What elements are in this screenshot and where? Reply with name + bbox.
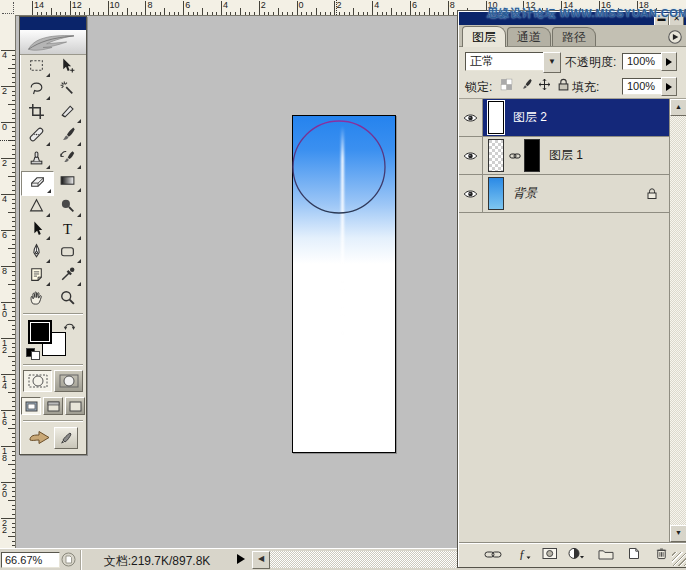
ruler-minor-tick [287,12,288,15]
tab-layers[interactable]: 图层 [462,26,506,47]
tab-paths[interactable]: 路径 [552,27,596,46]
ruler-minor-tick [249,12,250,15]
layer-name[interactable]: 图层 1 [549,147,583,164]
ruler-minor-tick [131,12,132,15]
new-group-button[interactable] [595,547,617,563]
jump-to-imageready[interactable] [20,423,86,454]
ruler-label: 6 [185,0,190,10]
gradient-tool-button[interactable] [52,171,83,194]
eraser-tool-button[interactable] [21,171,54,196]
ruler-minor-tick [12,307,15,308]
fill-value-field[interactable]: 100% [622,78,665,95]
standard-mode-button[interactable] [23,370,52,392]
status-popup-arrow-icon[interactable] [237,554,245,564]
ruler-minor-tick [353,8,354,15]
zoom-level-field[interactable]: 66.67% [1,552,60,568]
layer-row-body[interactable]: 背景 [483,175,670,212]
blur-tool-button[interactable] [21,196,52,219]
add-layer-mask-button[interactable] [539,547,561,563]
notes-tool-button[interactable] [21,265,52,288]
add-layer-mask-icon [542,546,558,564]
blend-mode-select[interactable]: 正常 [465,52,547,71]
type-tool-button[interactable]: T [52,219,83,242]
link-layers-button[interactable] [483,547,505,563]
clone-stamp-tool-button[interactable] [21,148,52,171]
layer-row[interactable]: 背景 [459,175,670,213]
layer-mask-thumbnail[interactable] [524,139,540,172]
blend-mode-dropdown-icon[interactable]: ▼ [543,52,561,73]
layers-palette: ▬ ✕ 图层通道路径 正常 ▼ 不透明度: 100% 锁定: 填充: 100% … [457,10,686,568]
hand-tool-button[interactable] [21,288,52,311]
ruler-minor-tick [12,424,15,425]
ruler-minor-tick [150,12,151,15]
history-brush-tool-button[interactable] [52,148,83,171]
layer-row[interactable]: 图层 1 [459,137,670,175]
default-colors-icon[interactable] [26,348,40,360]
layer-row-body[interactable]: 图层 1 [483,137,670,174]
move-tool-button[interactable] [52,56,83,79]
crop-tool-button[interactable] [21,102,52,125]
path-selection-tool-button[interactable] [21,219,52,242]
zoom-tool-button[interactable] [52,288,83,311]
layer-visibility-toggle[interactable] [459,137,483,174]
slice-tool-button[interactable] [52,102,83,125]
swap-colors-icon[interactable] [62,318,78,336]
tab-channels[interactable]: 通道 [507,27,551,46]
delete-layer-button[interactable] [650,547,672,563]
layer-visibility-toggle[interactable] [459,175,483,212]
layer-name[interactable]: 图层 2 [513,109,547,126]
eyedropper-tool-button[interactable] [52,265,83,288]
ruler-label: 1 0 [2,304,7,318]
brush-tool-button[interactable] [52,125,83,148]
layer-style-button[interactable]: ƒ [513,547,535,563]
lock-image-toggle[interactable] [518,78,533,93]
lock-transparency-toggle[interactable] [499,78,514,93]
pen-tool-button[interactable] [21,242,52,265]
layer-row[interactable]: 图层 2 [459,99,670,137]
ruler-minor-tick [12,352,15,353]
layer-thumbnail[interactable] [488,101,504,134]
dodge-tool-button[interactable] [52,196,83,219]
layer-list-scrollbar[interactable]: ▲ ▼ [669,99,686,542]
standard-screen-mode-button[interactable] [21,397,41,415]
ruler-minor-tick [278,8,279,15]
new-group-icon [598,546,614,564]
vertical-ruler[interactable]: 4 2 0 2 4 6 8 1 0 1 2 1 4 1 6 1 8 2 0 2 … [0,15,16,548]
lock-all-toggle[interactable] [556,78,571,93]
fullscreen-mode-button[interactable] [65,397,85,415]
fill-slider-arrow[interactable] [661,77,677,96]
foreground-color-swatch[interactable] [28,320,52,344]
opacity-value-field[interactable]: 100% [622,53,665,70]
layer-row-body[interactable]: 图层 2 [483,99,670,136]
magic-wand-tool-button[interactable] [52,79,83,102]
scroll-up-button[interactable]: ▲ [670,99,686,116]
layer-name[interactable]: 背景 [513,185,537,202]
magic-wand-icon [59,80,76,101]
layer-visibility-toggle[interactable] [459,99,483,136]
lasso-tool-button[interactable] [21,79,52,102]
mask-link-icon [509,150,521,162]
ruler-minor-tick [405,12,406,15]
rectangular-marquee-tool-button[interactable] [21,56,52,79]
new-layer-button[interactable] [622,547,644,563]
toolbox-title-bar[interactable] [20,17,86,30]
layer-thumbnail[interactable] [488,177,504,210]
ruler-minor-tick [207,12,208,15]
document-canvas[interactable] [292,115,396,453]
opacity-slider-arrow[interactable] [661,52,677,71]
healing-brush-tool-button[interactable] [21,125,52,148]
document-size-info[interactable]: 文档:219.7K/897.8K [84,553,230,570]
layer-thumbnail[interactable] [488,139,504,172]
lock-position-toggle[interactable] [537,78,552,93]
ruler-origin-box[interactable] [0,0,16,16]
quick-mask-mode-button[interactable] [54,370,83,392]
ruler-minor-tick [12,316,15,317]
adjustment-layer-button[interactable] [565,547,587,563]
fullscreen-with-menu-mode-button[interactable] [43,397,63,415]
shape-tool-button[interactable] [52,242,83,265]
palette-menu-button[interactable] [668,30,682,48]
scroll-down-button[interactable]: ▼ [670,525,686,542]
palette-resize-grip[interactable] [672,552,686,566]
flyout-corner-icon [46,282,50,286]
hscroll-left-arrow[interactable]: ◀ [252,551,270,569]
